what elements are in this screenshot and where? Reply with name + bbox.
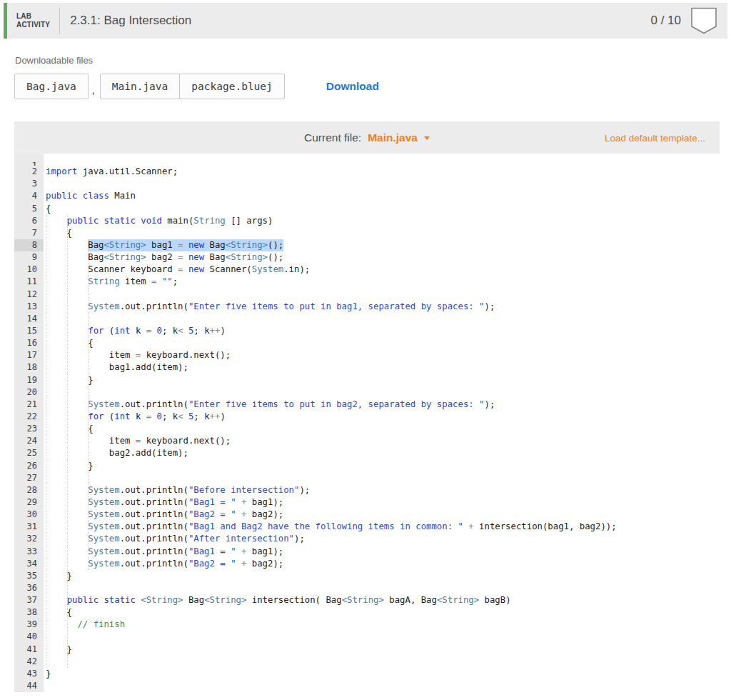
line-number: 32 (14, 533, 44, 545)
line-number: 23 (14, 423, 44, 435)
lab-activity-header: LAB ACTIVITY 2.3.1: Bag Intersection 0 /… (4, 3, 727, 39)
code-line[interactable]: 9 Bag<String> bag2 = new Bag<String>(); (14, 251, 720, 264)
line-number: 19 (14, 374, 44, 386)
code-line[interactable]: 11 String item = ""; (14, 276, 720, 288)
code-line[interactable]: 43} (14, 668, 720, 680)
downloadable-files-label: Downloadable files (15, 55, 93, 66)
code-line[interactable]: 44 (14, 680, 720, 692)
completion-shield-icon (690, 7, 717, 34)
line-number: 5 (14, 203, 44, 215)
downloads-row: Bag.java,Main.javapackage.bluej Download (14, 74, 379, 99)
code-line[interactable]: 25 bag2.add(item); (14, 447, 720, 459)
code-line[interactable]: 31 System.out.println("Bag1 and Bag2 hav… (14, 521, 720, 533)
code-line[interactable]: 28 System.out.println("Before intersecti… (14, 484, 720, 496)
line-number: 6 (14, 215, 44, 227)
code-line[interactable]: 35 } (14, 570, 720, 582)
line-number: 1 (14, 154, 44, 166)
line-number: 26 (14, 460, 44, 472)
line-number: 2 (14, 166, 44, 178)
code-line[interactable]: 8 Bag<String> bag1 = new Bag<String>(); (14, 239, 720, 251)
code-line[interactable]: 6 public static void main(String [] args… (14, 215, 720, 227)
code-line[interactable]: 22 for (int k = 0; k< 5; k++) (14, 411, 720, 423)
line-number: 41 (14, 644, 44, 656)
line-number: 40 (14, 631, 44, 643)
line-number: 12 (14, 289, 44, 301)
line-number: 10 (14, 264, 44, 276)
code-line[interactable]: 36 (14, 582, 720, 594)
line-number: 4 (14, 190, 44, 202)
code-area[interactable]: 12import java.util.Scanner;34public clas… (14, 154, 720, 692)
code-line[interactable]: 18 bag1.add(item); (14, 361, 720, 374)
line-number: 22 (14, 411, 44, 423)
code-line[interactable]: 16 { (14, 337, 720, 349)
line-number: 28 (14, 484, 44, 496)
line-number: 43 (14, 668, 44, 680)
code-line[interactable]: 23 { (14, 423, 720, 435)
line-number: 25 (14, 447, 44, 459)
current-file-dropdown[interactable]: Main.java (368, 131, 430, 144)
code-line[interactable]: 3 (14, 178, 720, 190)
activity-accent-bar (4, 3, 7, 39)
code-editor: Current file: Main.java Load default tem… (14, 121, 720, 700)
code-line[interactable]: 4public class Main (14, 190, 720, 202)
line-number: 17 (14, 349, 44, 361)
load-default-template-link[interactable]: Load default template... (605, 132, 705, 143)
code-line[interactable]: 5{ (14, 203, 720, 215)
line-number: 8 (14, 239, 44, 251)
download-link[interactable]: Download (326, 80, 379, 93)
lab-activity-badge-line1: LAB (16, 12, 50, 21)
code-line[interactable]: 12 (14, 289, 720, 301)
file-chip: Bag.java (14, 74, 89, 99)
line-number: 15 (14, 325, 44, 337)
code-line[interactable]: 32 System.out.println("After intersectio… (14, 533, 720, 545)
line-number: 24 (14, 435, 44, 447)
code-line[interactable]: 21 System.out.println("Enter five items … (14, 399, 720, 411)
line-number: 16 (14, 337, 44, 349)
line-number: 31 (14, 521, 44, 533)
code-line[interactable]: 13 System.out.println("Enter five items … (14, 301, 720, 313)
code-line[interactable]: 40 (14, 631, 720, 643)
line-number: 33 (14, 546, 44, 558)
code-line[interactable]: 2import java.util.Scanner; (14, 166, 720, 178)
code-line[interactable]: 41 } (14, 644, 720, 656)
line-number: 42 (14, 656, 44, 668)
code-line[interactable]: 1 (14, 154, 720, 166)
file-chip: Main.java (100, 74, 181, 99)
line-number: 38 (14, 606, 44, 619)
line-number: 20 (14, 386, 44, 399)
line-number: 37 (14, 594, 44, 606)
file-chip: package.bluej (179, 74, 285, 99)
code-line[interactable]: 10 Scanner keyboard = new Scanner(System… (14, 264, 720, 276)
line-number: 21 (14, 399, 44, 411)
line-number: 30 (14, 509, 44, 521)
code-line[interactable]: 37 public static <String> Bag<String> in… (14, 594, 720, 606)
code-line[interactable]: 39 // finish (14, 619, 720, 631)
line-number: 3 (14, 178, 44, 190)
code-line[interactable]: 15 for (int k = 0; k< 5; k++) (14, 325, 720, 337)
code-line[interactable]: 33 System.out.println("Bag1 = " + bag1); (14, 546, 720, 558)
code-line[interactable]: 14 (14, 313, 720, 325)
activity-title: 2.3.1: Bag Intersection (70, 14, 191, 28)
code-line[interactable]: 29 System.out.println("Bag1 = " + bag1); (14, 496, 720, 509)
line-number: 11 (14, 276, 44, 288)
code-line[interactable]: 34 System.out.println("Bag2 = " + bag2); (14, 558, 720, 570)
code-line[interactable]: 19 } (14, 374, 720, 386)
code-line[interactable]: 26 } (14, 460, 720, 472)
line-number: 29 (14, 496, 44, 509)
line-number: 35 (14, 570, 44, 582)
code-line[interactable]: 38 { (14, 606, 720, 619)
line-number: 14 (14, 313, 44, 325)
code-line[interactable]: 20 (14, 386, 720, 399)
line-number: 44 (14, 680, 44, 692)
line-number: 39 (14, 619, 44, 631)
code-line[interactable]: 30 System.out.println("Bag2 = " + bag2); (14, 509, 720, 521)
code-line[interactable]: 17 item = keyboard.next(); (14, 349, 720, 361)
file-separator: , (92, 84, 95, 96)
code-line[interactable]: 7 { (14, 227, 720, 239)
chevron-down-icon (424, 136, 430, 140)
code-line[interactable]: 24 item = keyboard.next(); (14, 435, 720, 447)
code-line[interactable]: 27 (14, 472, 720, 484)
code-line[interactable]: 42 (14, 656, 720, 668)
activity-score: 0 / 10 (650, 14, 681, 28)
header-divider (59, 8, 60, 34)
